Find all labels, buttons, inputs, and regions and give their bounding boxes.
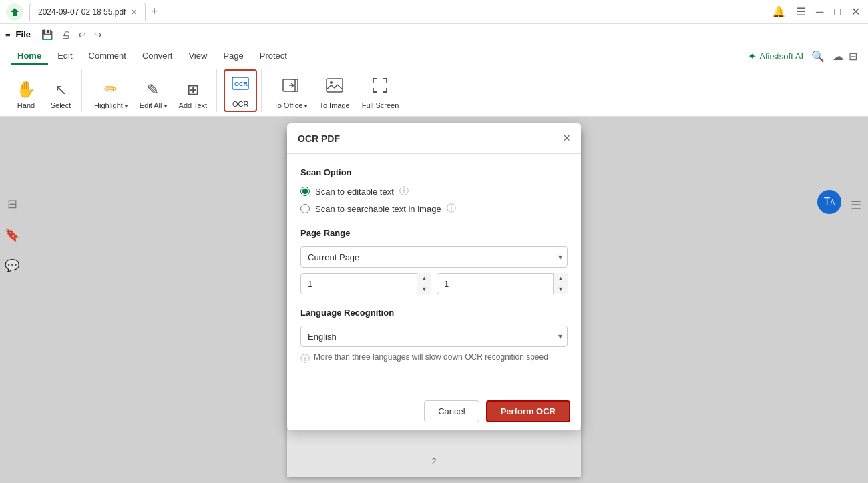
warning-text: More than three languages will slow down… [314, 352, 548, 362]
menubar: ≡ File 💾 🖨 ↩ ↪ [0, 24, 868, 45]
scan-option-title: Scan Option [300, 167, 568, 177]
tab-area: 2024-09-07 02 18 55.pdf × + [29, 3, 769, 21]
highlight-icon: ✏ [104, 80, 118, 99]
ribbon-tabs: Home Edit Comment Convert View Page Prot… [0, 45, 868, 67]
dialog-footer: Cancel Perform OCR [287, 392, 581, 430]
menubar-tools: 💾 🖨 ↩ ↪ [39, 28, 105, 41]
ribbon-group-convert: To Office ▾ To Image Ful [264, 69, 408, 112]
dialog-close-button[interactable]: × [563, 131, 570, 145]
minimize-icon[interactable]: ─ [813, 5, 826, 19]
scan-option-section: Scan Option Scan to editable text ⓘ Scan… [300, 167, 568, 215]
page-range-title: Page Range [300, 228, 568, 238]
page-from-input-wrapper: 1 ▲ ▼ [300, 273, 431, 294]
ribbon-group-edit: ✏ Highlight ▾ ✎ Edit All ▾ ⊞ Add Text [85, 69, 217, 112]
tab-convert[interactable]: Convert [136, 48, 180, 65]
page-from-down-button[interactable]: ▼ [417, 284, 431, 295]
dialog-header: OCR PDF × [287, 123, 581, 154]
add-text-label: Add Text [179, 101, 208, 109]
hand-button[interactable]: ✋ Hand [9, 69, 43, 112]
page-to-up-button[interactable]: ▲ [554, 273, 568, 284]
to-office-label: To Office ▾ [274, 101, 307, 109]
scan-searchable-info-icon[interactable]: ⓘ [447, 203, 456, 215]
pdf-tab[interactable]: 2024-09-07 02 18 55.pdf × [29, 3, 146, 21]
ai-icon: ✦ [748, 50, 756, 63]
to-image-button[interactable]: To Image [314, 69, 355, 112]
ocr-icon: OCR [231, 75, 250, 97]
page-range-select[interactable]: Current Page All Pages Custom Range [300, 246, 568, 268]
svg-text:OCR: OCR [234, 81, 248, 87]
dialog-overlay: OCR PDF × Scan Option Scan to editable t… [0, 117, 868, 483]
edit-all-icon: ✎ [147, 81, 159, 99]
page-to-input-wrapper: 1 ▲ ▼ [437, 273, 568, 294]
hand-label: Hand [17, 101, 35, 109]
tab-title: 2024-09-07 02 18 55.pdf [38, 7, 126, 17]
new-tab-button[interactable]: + [147, 5, 162, 19]
tab-page[interactable]: Page [216, 48, 250, 65]
scan-editable-info-icon[interactable]: ⓘ [399, 185, 409, 197]
full-screen-button[interactable]: Full Screen [357, 69, 405, 112]
redo-button[interactable]: ↪ [91, 28, 105, 41]
to-image-icon [325, 76, 344, 99]
svg-point-5 [330, 81, 333, 84]
tab-view[interactable]: View [182, 48, 214, 65]
sidebar-toggle-icon[interactable]: ⊟ [849, 50, 857, 63]
scan-editable-radio[interactable] [300, 187, 310, 196]
to-office-button[interactable]: To Office ▾ [268, 69, 312, 112]
page-range-inputs: 1 ▲ ▼ 1 ▲ ▼ [300, 273, 568, 294]
scan-editable-option: Scan to editable text ⓘ [300, 185, 568, 197]
language-select[interactable]: English Chinese French Spanish German [300, 326, 568, 347]
select-icon: ↖ [55, 81, 67, 99]
file-menu[interactable]: ≡ File [5, 29, 31, 39]
scan-searchable-radio[interactable] [300, 204, 310, 213]
cancel-button[interactable]: Cancel [424, 400, 479, 422]
tab-protect[interactable]: Protect [253, 48, 294, 65]
tab-close-btn[interactable]: × [131, 7, 136, 17]
ribbon-group-navigation: ✋ Hand ↖ Select [5, 69, 82, 112]
perform-ocr-button[interactable]: Perform OCR [486, 400, 570, 422]
ocr-button[interactable]: OCR OCR [224, 69, 257, 112]
page-from-input[interactable]: 1 [300, 273, 431, 294]
menu-icon[interactable]: ☰ [793, 4, 808, 19]
ocr-label: OCR [232, 100, 248, 108]
ocr-dialog: OCR PDF × Scan Option Scan to editable t… [287, 123, 581, 430]
tab-comment[interactable]: Comment [82, 48, 133, 65]
select-button[interactable]: ↖ Select [44, 69, 77, 112]
svg-rect-4 [327, 79, 343, 92]
language-select-wrapper: English Chinese French Spanish German ▾ [300, 326, 568, 347]
tab-home[interactable]: Home [11, 48, 48, 65]
full-screen-icon [371, 76, 389, 99]
select-label: Select [51, 101, 71, 109]
page-to-down-button[interactable]: ▼ [554, 284, 568, 295]
to-image-label: To Image [319, 101, 349, 109]
undo-button[interactable]: ↩ [75, 28, 89, 41]
notification-icon[interactable]: 🔔 [769, 4, 788, 19]
main-area: ⊟ 🔖 💬 Nociceptors have free nerve ending… [0, 117, 868, 483]
scan-editable-label: Scan to editable text [315, 187, 394, 197]
add-text-icon: ⊞ [187, 81, 199, 99]
maximize-icon[interactable]: □ [831, 5, 843, 19]
language-title: Language Recognition [300, 308, 568, 318]
page-to-input[interactable]: 1 [437, 273, 568, 294]
close-window-icon[interactable]: ✕ [849, 4, 863, 19]
scan-searchable-label: Scan to searchable text in image [315, 204, 441, 214]
highlight-label: Highlight ▾ [94, 101, 128, 109]
page-from-up-button[interactable]: ▲ [417, 273, 431, 284]
app-logo [5, 3, 24, 21]
page-to-spinners: ▲ ▼ [553, 273, 568, 294]
edit-all-button[interactable]: ✎ Edit All ▾ [134, 69, 172, 112]
cloud-icon[interactable]: ☁ [833, 50, 843, 63]
titlebar-right: 🔔 ☰ ─ □ ✕ [769, 4, 863, 19]
save-button[interactable]: 💾 [39, 28, 55, 41]
file-label: File [16, 29, 31, 39]
ai-label: Afirstsoft AI [759, 51, 803, 61]
ribbon-group-ocr: OCR OCR [220, 69, 262, 112]
highlight-button[interactable]: ✏ Highlight ▾ [89, 69, 133, 112]
print-button[interactable]: 🖨 [58, 28, 73, 41]
tab-edit[interactable]: Edit [51, 48, 79, 65]
ribbon-content: ✋ Hand ↖ Select ✏ Highlight ▾ ✎ Edit All… [0, 67, 868, 116]
scan-searchable-option: Scan to searchable text in image ⓘ [300, 203, 568, 215]
ai-button[interactable]: ✦ Afirstsoft AI [748, 50, 803, 63]
ribbon: Home Edit Comment Convert View Page Prot… [0, 45, 868, 117]
search-icon[interactable]: 🔍 [811, 50, 825, 63]
add-text-button[interactable]: ⊞ Add Text [174, 69, 213, 112]
